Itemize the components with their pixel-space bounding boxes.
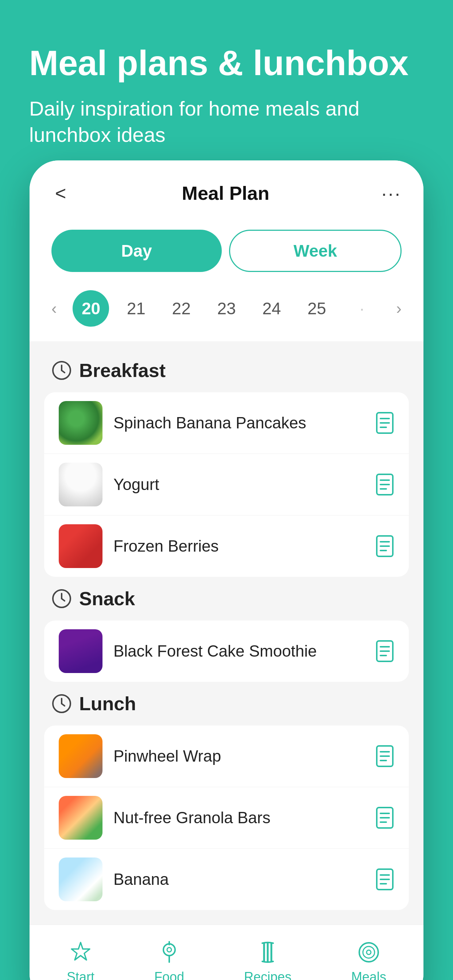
date-row: ‹ 20 21 22 23 24 25 · › [30,286,423,341]
svg-line-24 [62,704,65,706]
meal-item-granola[interactable]: Nut-free Granola Bars [44,787,409,849]
svg-line-2 [62,371,65,372]
header-section: Meal plans & lunchbox Daily inspiration … [0,0,453,170]
recipe-icon-banana[interactable] [375,869,394,890]
date-item-25[interactable]: 25 [299,299,335,318]
back-button[interactable]: < [51,179,70,208]
banana-thumbnail [59,858,102,901]
spinach-thumbnail [59,401,102,445]
spinach-name: Spinach Banana Pancakes [113,412,364,433]
berries-name: Frozen Berries [113,536,364,556]
clock-icon [51,360,72,380]
more-button[interactable]: ··· [381,182,402,204]
phone-card: < Meal Plan ··· Day Week ‹ 20 21 22 23 2… [30,161,423,980]
page-title: Meal plans & lunchbox [29,44,424,83]
granola-name: Nut-free Granola Bars [113,807,364,828]
date-item-22[interactable]: 22 [163,299,199,318]
lunch-header: Lunch [30,686,423,722]
svg-point-46 [363,947,375,958]
meal-item-yogurt[interactable]: Yogurt [44,454,409,515]
meal-item-pinwheel[interactable]: Pinwheel Wrap [44,725,409,787]
recipe-icon-pinwheel[interactable] [375,745,394,767]
pinwheel-name: Pinwheel Wrap [113,746,364,766]
meal-item-smoothie[interactable]: Black Forest Cake Smoothie [44,620,409,682]
yogurt-thumbnail [59,463,102,506]
star-icon [68,940,93,965]
pinwheel-thumbnail [59,734,102,778]
meals-icon [356,940,381,965]
next-date-button[interactable]: › [389,296,409,321]
screen-title: Meal Plan [182,182,270,204]
meal-item-spinach[interactable]: Spinach Banana Pancakes [44,392,409,454]
top-bar: < Meal Plan ··· [30,161,423,223]
bottom-nav: Start Food [30,924,423,980]
lunch-label: Lunch [79,693,136,714]
toggle-section: Day Week [30,223,423,286]
svg-point-45 [359,943,378,962]
recipe-icon-granola[interactable] [375,807,394,829]
nav-meals[interactable]: Meals [351,940,386,980]
nav-start[interactable]: Start [67,940,94,980]
nav-food[interactable]: Food [154,940,184,980]
recipe-icon-smoothie[interactable] [375,640,394,662]
page-subtitle: Daily inspiration for home meals and lun… [29,95,424,149]
clock-icon-snack [51,589,72,609]
nav-recipes[interactable]: Recipes [244,940,292,980]
clock-icon-lunch [51,694,72,714]
recipes-icon [255,940,281,965]
meal-sections: Breakfast Spinach Banana Pancakes Yogurt [30,341,423,924]
svg-point-39 [167,948,171,952]
smoothie-thumbnail [59,629,102,673]
date-item-24[interactable]: 24 [254,299,290,318]
meal-item-berries[interactable]: Frozen Berries [44,515,409,577]
meal-item-banana[interactable]: Banana [44,849,409,910]
week-tab[interactable]: Week [229,230,402,272]
banana-name: Banana [113,869,364,889]
svg-line-17 [62,599,65,601]
snack-card: Black Forest Cake Smoothie [44,620,409,682]
recipe-icon-berries[interactable] [375,535,394,557]
svg-point-38 [163,944,175,956]
date-item-23[interactable]: 23 [208,299,245,318]
recipe-icon-spinach[interactable] [375,412,394,434]
recipe-icon-yogurt[interactable] [375,474,394,495]
prev-date-button[interactable]: ‹ [44,296,64,321]
nav-meals-label: Meals [351,969,386,980]
breakfast-card: Spinach Banana Pancakes Yogurt [44,392,409,577]
granola-thumbnail [59,796,102,840]
yogurt-name: Yogurt [113,474,364,495]
svg-marker-37 [72,942,90,960]
nav-start-label: Start [67,969,94,980]
breakfast-header: Breakfast [30,352,423,389]
nav-food-label: Food [154,969,184,980]
date-item-21[interactable]: 21 [118,299,154,318]
lunch-card: Pinwheel Wrap Nut-free Granola Bars [44,725,409,910]
berries-thumbnail [59,524,102,568]
food-icon [156,940,182,965]
snack-header: Snack [30,581,423,617]
snack-label: Snack [79,588,135,609]
date-item-26[interactable]: · [344,299,380,318]
smoothie-name: Black Forest Cake Smoothie [113,641,364,661]
day-tab[interactable]: Day [51,230,222,272]
nav-recipes-label: Recipes [244,969,292,980]
svg-point-47 [367,950,371,955]
breakfast-label: Breakfast [79,360,166,381]
date-item-20[interactable]: 20 [73,290,109,327]
